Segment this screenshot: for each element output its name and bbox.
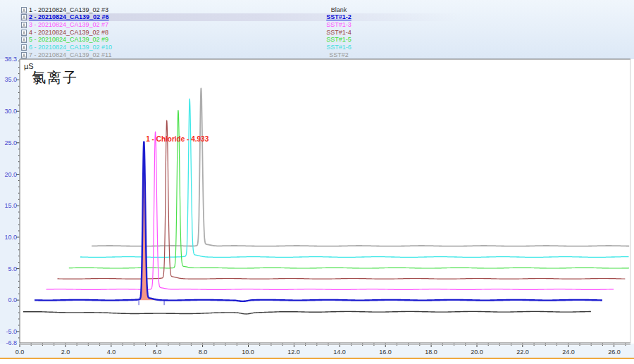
x-tick-label: 18.0 <box>421 349 442 356</box>
trace-1 <box>23 311 591 314</box>
x-tick-label: 4.0 <box>101 349 122 356</box>
y-tick-label: 15.0 <box>0 202 17 209</box>
x-tick-label: 24.0 <box>558 349 579 356</box>
x-tick-label: 8.0 <box>192 349 213 356</box>
x-tick-label: 10.0 <box>237 349 259 356</box>
y-tick-label: 25.0 <box>0 139 17 146</box>
chromatography-window: 1 - 20210824_CA139_02 #3Blank2 - 2021082… <box>0 0 634 364</box>
x-tick-label: 6.0 <box>147 349 168 356</box>
peak-annotation: 1 - Chloride - 4.933 <box>146 135 209 143</box>
y-max-label: 38.3 <box>0 56 17 63</box>
y-tick-label: 30.0 <box>0 108 17 115</box>
y-tick-label: 0.0 <box>0 296 17 303</box>
x-tick-label: 16.0 <box>375 349 396 356</box>
trace-5 <box>69 111 629 268</box>
trace-7 <box>92 88 629 246</box>
x-tick-label: 14.0 <box>329 349 350 356</box>
x-tick-label: 12.0 <box>283 349 304 356</box>
y-tick-label: 20.0 <box>0 171 17 178</box>
chromatogram-canvas[interactable] <box>0 0 634 364</box>
y-tick-label: 10.0 <box>0 234 17 241</box>
trace-6 <box>80 99 629 257</box>
x-tick-label: 0.0 <box>9 349 30 356</box>
y-tick-label: 5.0 <box>0 265 17 272</box>
bottom-separator <box>0 358 634 359</box>
trace-3 <box>46 132 614 289</box>
chart-title: 氯离子 <box>32 68 78 87</box>
y-tick-label: -5.0 <box>0 328 17 335</box>
x-tick-label: 20.0 <box>466 349 487 356</box>
x-tick-label: 22.0 <box>512 349 533 356</box>
trace-2-selected <box>35 142 602 301</box>
y-tick-label: 35.0 <box>0 76 17 83</box>
y-min-label: -6.8 <box>0 339 17 346</box>
x-tick-label: 26.0 <box>604 349 625 356</box>
x-tick-label: 2.0 <box>55 349 76 356</box>
